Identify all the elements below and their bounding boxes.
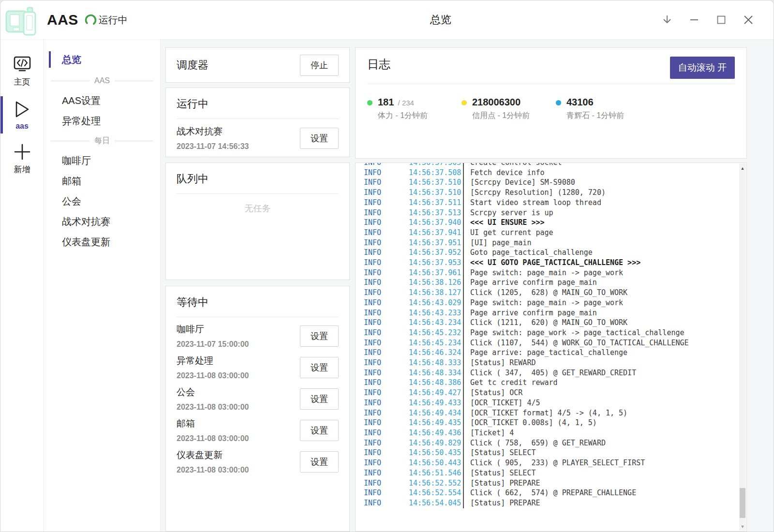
scroll-up-icon[interactable]: ▲ [739, 164, 746, 172]
log-level: INFO [364, 208, 391, 218]
code-monitor-icon [13, 56, 32, 73]
rail-item-home[interactable]: 主页 [0, 49, 44, 93]
log-level: INFO [364, 338, 391, 348]
sidebar-item-exception-handling[interactable]: 异常处理 [44, 111, 160, 131]
rail-item-aas[interactable]: aas [0, 93, 44, 136]
log-message: Click ( 905, 233) @ PLAYER_SELECT_FIRST [463, 458, 746, 468]
sidebar: 总览 AAS AAS设置 异常处理 每日 咖啡厅 邮箱 公会 战术对抗赛 仪表盘… [44, 39, 161, 532]
log-line: INFO 14:56:49.435 [OCR_TICKET 0.008s] (4… [364, 418, 746, 428]
log-timestamp: 14:56:48.334 [409, 368, 461, 378]
log-message: <<< UI ENSURE >>> [463, 218, 746, 228]
waiting-task-time: 2023-11-08 03:00:00 [177, 371, 249, 380]
sidebar-item-tactical-challenge[interactable]: 战术对抗赛 [44, 211, 160, 232]
close-icon[interactable] [742, 14, 754, 26]
log-line: INFO 14:56:37.952 Goto page_tactical_cha… [364, 248, 746, 258]
log-line: INFO 14:56:48.334 Click ( 347, 405) @ GE… [364, 368, 746, 378]
settings-button[interactable]: 设置 [300, 451, 339, 473]
app-window: AAS 运行中 总览 [0, 0, 774, 532]
sidebar-item-dashboard-update[interactable]: 仪表盘更新 [44, 232, 160, 252]
log-message: Create control socket [463, 163, 746, 168]
waiting-card: 等待中 咖啡厅 2023-11-07 15:00:00 设置 异常处理 2023… [165, 286, 350, 532]
log-timestamp: 14:56:37.511 [409, 198, 461, 208]
log-timestamp: 14:56:49.435 [409, 418, 461, 428]
log-line: INFO 14:56:37.510 [Scrcpy Device] SM-S90… [364, 177, 746, 188]
log-message: [Status] PREPARE [463, 498, 746, 508]
window-controls [661, 0, 754, 39]
queue-title: 队列中 [177, 172, 339, 186]
waiting-title: 等待中 [177, 295, 339, 310]
running-task-name: 战术对抗赛 [177, 125, 249, 138]
divider [177, 118, 339, 119]
log-line: INFO 14:56:49.829 Click ( 758, 659) @ GE… [364, 438, 746, 448]
settings-button[interactable]: 设置 [300, 128, 339, 149]
log-timestamp: 14:56:37.508 [409, 168, 461, 178]
log-message: [Status] OCR [463, 388, 746, 398]
log-level: INFO [364, 468, 391, 478]
scrollbar-thumb[interactable] [740, 488, 745, 518]
log-message: [Status] REWARD [463, 358, 746, 368]
settings-button[interactable]: 设置 [300, 388, 339, 410]
log-level: INFO [364, 488, 391, 498]
log-scrollbar[interactable]: ▲ ▼ [739, 163, 746, 531]
autoscroll-toggle-button[interactable]: 自动滚动 开 [670, 57, 735, 79]
sidebar-item-cafe[interactable]: 咖啡厅 [44, 150, 160, 171]
log-timestamp: 14:56:52.554 [409, 488, 461, 498]
sidebar-item-label: 总览 [62, 53, 81, 66]
download-icon[interactable] [661, 14, 673, 26]
log-level: INFO [364, 388, 391, 398]
log-message: Page arrive confirm page_main [463, 308, 746, 318]
log-line: INFO 14:56:45.232 Page switch: page_work… [364, 328, 746, 338]
log-lines: INFO 14:56:37.505 Create control socket … [364, 163, 746, 508]
log-message: <<< UI GOTO PAGE_TACTICAL_CHALLENGE >>> [463, 258, 746, 268]
log-line: INFO 14:56:49.433 [OCR_TICKET] 4/5 [364, 398, 746, 408]
waiting-task-time: 2023-11-08 03:00:00 [177, 434, 249, 443]
log-message: [OCR_TICKET format] 4/5 -> (4, 1, 5) [463, 408, 746, 418]
sidebar-item-aas-settings[interactable]: AAS设置 [44, 90, 160, 111]
maximize-icon[interactable] [715, 14, 727, 26]
log-line: INFO 14:56:37.513 Scrcpy server is up [364, 208, 746, 218]
sidebar-item-mail[interactable]: 邮箱 [44, 171, 160, 191]
rail-item-add[interactable]: 新增 [0, 136, 44, 181]
settings-button[interactable]: 设置 [300, 325, 339, 347]
sidebar-item-overview[interactable]: 总览 [44, 48, 160, 71]
log-timestamp: 14:56:43.233 [409, 308, 461, 318]
stat-dot-icon [556, 100, 561, 105]
log-timestamp: 14:56:52.552 [409, 478, 461, 488]
log-line: INFO 14:56:37.511 Start video stream loo… [364, 198, 746, 208]
log-message: Page switch: page_main -> page_work [463, 268, 746, 278]
rail-item-label: 新增 [14, 164, 30, 175]
waiting-task-name: 公会 [177, 386, 249, 399]
resource-stat: 43106 青辉石 - 1分钟前 [556, 97, 650, 121]
log-timestamp: 14:56:50.443 [409, 458, 461, 468]
log-message: [Status] PREPARE [463, 478, 746, 488]
divider [177, 317, 339, 317]
title-bar: AAS 运行中 总览 [0, 0, 774, 39]
running-task-time: 2023-11-07 14:56:33 [177, 142, 249, 151]
log-message: Click (1205, 628) @ MAIN_GO_TO_WORK [463, 288, 746, 298]
minimize-icon[interactable] [688, 14, 700, 26]
log-timestamp: 14:56:48.333 [409, 358, 461, 368]
log-level: INFO [364, 268, 391, 278]
log-line: INFO 14:56:49.436 [Ticket] 4 [364, 428, 746, 438]
settings-button[interactable]: 设置 [300, 357, 339, 378]
icon-rail: 主页 aas 新增 [0, 39, 44, 532]
log-level: INFO [364, 408, 391, 418]
log-timestamp: 14:56:37.953 [409, 258, 461, 268]
settings-button[interactable]: 设置 [300, 420, 339, 441]
scroll-down-icon[interactable]: ▼ [739, 523, 746, 531]
sidebar-section-divider: 每日 [44, 131, 160, 150]
stop-button[interactable]: 停止 [300, 55, 339, 76]
sidebar-item-guild[interactable]: 公会 [44, 191, 160, 211]
sidebar-section-divider: AAS [44, 71, 160, 90]
run-status-label: 运行中 [99, 14, 128, 27]
log-message: Click ( 347, 405) @ GET_REWARD_CREDIT [463, 368, 746, 378]
log-timestamp: 14:56:37.961 [409, 268, 461, 278]
running-spinner-icon [84, 14, 97, 27]
log-timestamp: 14:56:54.045 [409, 498, 461, 508]
log-timestamp: 14:56:37.510 [409, 188, 461, 198]
log-level: INFO [364, 198, 391, 208]
log-message: Page arrive: page_tactical_challenge [463, 348, 746, 358]
log-line: INFO 14:56:43.233 Page arrive confirm pa… [364, 308, 746, 318]
log-message: Page switch: page_main -> page_work [463, 298, 746, 308]
sidebar-item-label: 战术对抗赛 [62, 215, 110, 228]
